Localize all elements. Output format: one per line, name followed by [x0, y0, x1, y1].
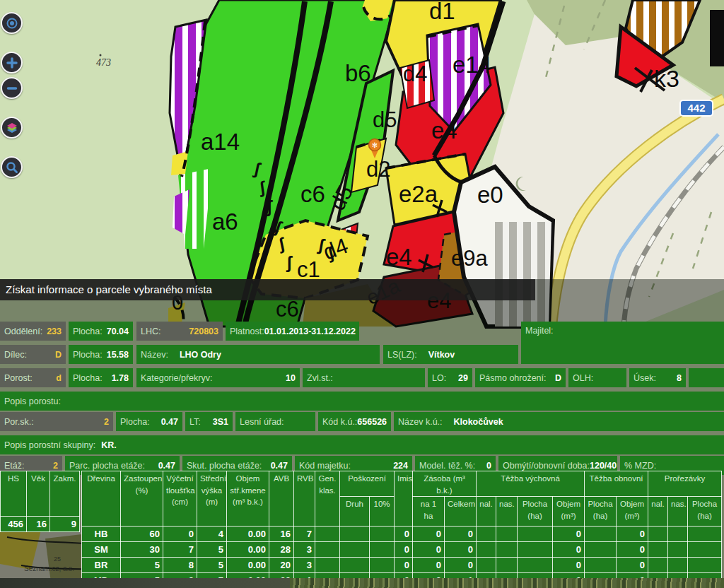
species-cell — [518, 542, 553, 558]
species-cell — [585, 542, 617, 558]
map-label: 473 — [96, 57, 111, 68]
species-cell: 3 — [294, 542, 315, 558]
species-row: BR5850.0020300000 — [82, 558, 722, 573]
field-dilec: Dílec:D — [0, 345, 66, 364]
map-label: d1 — [429, 0, 455, 24]
col-tezba-obnovni: Těžba obnovní — [585, 471, 648, 497]
field-popis-porostu: Popis porostu: — [0, 392, 724, 411]
species-cell — [648, 542, 668, 558]
col-zasoba: Zásoba (m³ b.k.) — [413, 471, 477, 497]
species-cell — [496, 527, 518, 542]
field-majitel: Majitel: — [521, 322, 724, 364]
species-cell — [477, 527, 496, 542]
map-label: ʃ — [286, 253, 293, 272]
species-cell: SM — [82, 542, 121, 558]
species-cell — [370, 527, 395, 542]
species-cell — [340, 558, 370, 573]
col-tezba-vychovna: Těžba výchovná — [477, 471, 585, 497]
map-label: e14 — [452, 52, 491, 78]
col-vycetni: Výčetní tloušťka (cm) — [163, 471, 197, 527]
species-cell — [370, 542, 395, 558]
field-plocha-porost: Plocha:1.78 — [69, 368, 133, 387]
field-porost: Porost:d — [0, 368, 66, 387]
panorama-dark-segment — [0, 578, 290, 588]
species-cell — [585, 558, 617, 573]
col-tv-plocha: Plocha (ha) — [518, 497, 553, 527]
map-label: b6 — [345, 60, 371, 86]
species-cell: 0 — [553, 558, 585, 573]
species-cell: 0 — [445, 542, 477, 558]
search-icon — [6, 161, 18, 174]
species-cell — [315, 527, 340, 542]
species-cell: 0 — [395, 542, 413, 558]
species-cell: 7 — [294, 527, 315, 542]
species-cell: 0 — [413, 527, 445, 542]
species-cell: 0 — [445, 527, 477, 542]
field-popis-ps: Popis porostní skupiny:KR. — [0, 435, 724, 454]
search-button[interactable] — [1, 156, 23, 178]
col-tv-nal: nal. — [477, 497, 496, 527]
species-cell: 28 — [269, 542, 294, 558]
species-cell: HB — [82, 527, 121, 542]
zoom-in-button[interactable] — [1, 52, 23, 74]
col-druh: Druh — [340, 497, 370, 527]
field-nazev-ku: Název k.ú.:Klokočůvek — [394, 412, 724, 431]
species-cell — [688, 527, 722, 542]
species-cell: 0 — [163, 527, 197, 542]
species-cell — [585, 527, 617, 542]
field-olh: OLH: — [568, 368, 626, 387]
species-cell — [340, 542, 370, 558]
panorama-grass-segment — [290, 578, 724, 588]
forestry-gis-app: 442 ✻ 473a14a6b6c6c6c1d1d2d4d4d5d5e4e4e4… — [0, 0, 724, 588]
field-nazev: Název:LHO Odry — [136, 345, 380, 364]
species-cell — [668, 527, 688, 542]
species-cell — [315, 558, 340, 573]
map-label: e2a — [399, 181, 438, 207]
species-cell: 0.00 — [227, 542, 269, 558]
map-label: d5 — [373, 107, 397, 132]
locate-button[interactable] — [1, 12, 23, 34]
col-objem: Objem stř.kmene (m³ b.k.) — [227, 471, 269, 527]
col-celkem: Celkem — [445, 497, 477, 527]
species-cell: 8 — [163, 558, 197, 573]
field-pasmo: Pásmo ohrožení:D — [475, 368, 566, 387]
col-poskozeni: Poškození — [340, 471, 395, 497]
vek-value: 16 — [27, 517, 50, 532]
panorama-strip[interactable] — [0, 578, 724, 588]
field-usek: Úsek:8 — [629, 368, 686, 387]
map-label: k3 — [654, 65, 679, 92]
species-cell: 0 — [617, 527, 648, 542]
zakm-value: 9 — [50, 517, 80, 532]
col-tv-nas: nas. — [496, 497, 518, 527]
species-cell — [688, 542, 722, 558]
species-cell — [668, 542, 688, 558]
species-cell — [668, 558, 688, 573]
field-lo: LO:29 — [428, 368, 472, 387]
species-cell: 3 — [294, 558, 315, 573]
locate-icon — [6, 17, 18, 30]
species-cell — [648, 527, 668, 542]
zoom-in-icon — [6, 57, 18, 69]
svg-text:442: 442 — [687, 102, 705, 114]
col-pr-nas: nas. — [668, 497, 688, 527]
col-pr-nal: nal. — [648, 497, 668, 527]
field-lt: LT:3S1 — [185, 412, 233, 431]
col-na1ha: na 1 ha — [413, 497, 445, 527]
col-to-plocha: Plocha (ha) — [585, 497, 617, 527]
field-lhc: LHC:720803 — [136, 322, 223, 341]
species-cell — [477, 558, 496, 573]
col-zastoupeni: Zastoupení (%) — [121, 471, 163, 527]
col-tv-objem: Objem (m³) — [553, 497, 585, 527]
zoom-out-button[interactable] — [1, 77, 23, 99]
map-label: e4 — [386, 244, 412, 270]
map-label: e4 — [431, 117, 457, 143]
layers-button[interactable] — [1, 117, 23, 139]
species-cell: 5 — [121, 558, 163, 573]
species-cell: 0 — [617, 558, 648, 573]
species-cell: 5 — [197, 558, 227, 573]
species-cell: 0 — [553, 527, 585, 542]
species-cell: 0.00 — [227, 527, 269, 542]
col-to-objem: Objem (m³) — [617, 497, 648, 527]
zoom-out-icon — [6, 82, 18, 95]
species-cell: 0 — [413, 558, 445, 573]
